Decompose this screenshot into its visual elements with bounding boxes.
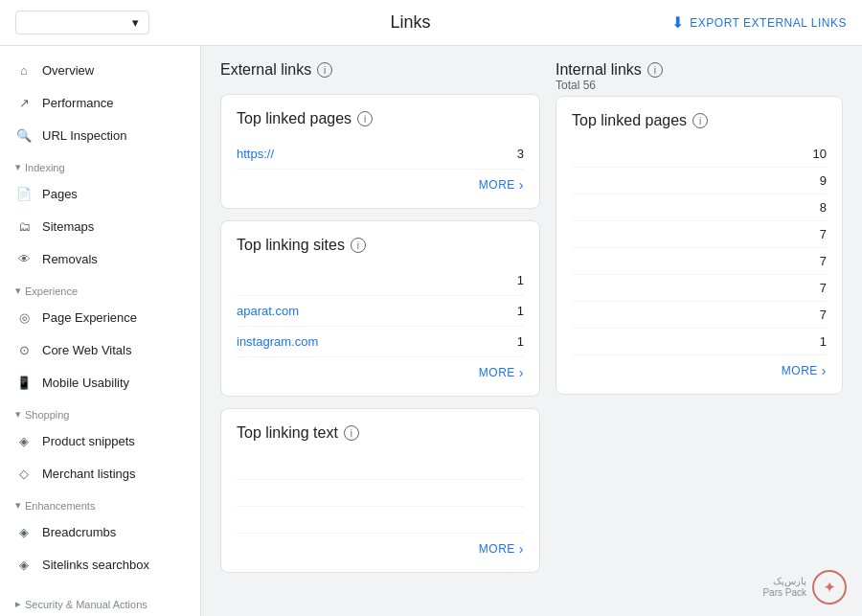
chevron-down-icon: ▾ xyxy=(15,161,21,173)
sidebar-item-url-inspection[interactable]: 🔍 URL Inspection xyxy=(0,119,193,151)
sidebar-item-removals[interactable]: 👁 Removals xyxy=(0,242,193,275)
search-icon: 🔍 xyxy=(15,126,33,144)
sidebar-label-sitelinks-searchbox: Sitelinks searchbox xyxy=(42,558,149,572)
chevron-right-icon: › xyxy=(519,177,524,193)
internal-top-linked-pages-title: Top linked pages i xyxy=(572,112,827,129)
sidebar-item-pages[interactable]: 📄 Pages xyxy=(0,177,193,210)
trending-up-icon: ↗ xyxy=(15,94,33,111)
external-links-column: External links i Top linked pages i http… xyxy=(220,61,540,573)
external-links-title: External links xyxy=(220,61,311,79)
sidebar-label-removals: Removals xyxy=(42,252,98,266)
sidebar-item-product-snippets[interactable]: ◈ Product snippets xyxy=(0,424,193,457)
download-icon: ⬇ xyxy=(671,13,685,32)
internal-links-title: Internal links xyxy=(556,61,642,79)
top-linking-text-info-icon[interactable]: i xyxy=(344,425,359,441)
chevron-down-icon: ▾ xyxy=(132,15,139,30)
empty-row xyxy=(237,453,524,480)
table-row: 7 xyxy=(572,221,827,248)
columns-wrapper: External links i Top linked pages i http… xyxy=(220,61,843,573)
sidebar-label-overview: Overview xyxy=(42,63,94,78)
sidebar-section-indexing: ▾ Indexing xyxy=(0,151,200,177)
top-linking-sites-more-button[interactable]: MORE › xyxy=(237,357,524,380)
sidebar: ⌂ Overview ↗ Performance 🔍 URL Inspectio… xyxy=(0,46,201,616)
sidebar-item-page-experience[interactable]: ◎ Page Experience xyxy=(0,301,193,333)
internal-links-subtitle: Total 56 xyxy=(556,79,843,92)
top-bar: ▾ Links ⬇ EXPORT EXTERNAL LINKS xyxy=(0,0,862,46)
sidebar-item-merchant-listings[interactable]: ◇ Merchant listings xyxy=(0,457,193,490)
top-linked-pages-info-icon[interactable]: i xyxy=(357,111,373,126)
top-linked-pages-card: Top linked pages i https:// 3 MORE › xyxy=(220,94,540,209)
internal-top-linked-pages-info-icon[interactable]: i xyxy=(692,113,708,128)
file-icon: 📄 xyxy=(15,185,33,202)
sitemap-icon: 🗂 xyxy=(15,217,33,235)
chevron-right-icon: › xyxy=(822,363,827,378)
sidebar-label-page-experience: Page Experience xyxy=(42,310,137,325)
sidebar-label-mobile-usability: Mobile Usability xyxy=(42,376,129,390)
store-icon: ◇ xyxy=(15,465,33,482)
watermark-logo-icon: ✦ xyxy=(812,570,847,605)
sidebar-item-sitemaps[interactable]: 🗂 Sitemaps xyxy=(0,210,193,242)
top-linking-sites-title: Top linking sites i xyxy=(237,237,524,254)
top-linked-pages-more-button[interactable]: MORE › xyxy=(237,170,524,193)
main-area: ⌂ Overview ↗ Performance 🔍 URL Inspectio… xyxy=(0,46,862,616)
sidebar-label-url-inspection: URL Inspection xyxy=(42,128,126,143)
page-title: Links xyxy=(149,12,671,33)
sidebar-section-enhancements: ▾ Enhancements xyxy=(0,490,200,515)
search-box-icon: ◈ xyxy=(15,556,33,573)
sidebar-item-overview[interactable]: ⌂ Overview xyxy=(0,54,193,86)
sidebar-label-performance: Performance xyxy=(42,96,113,110)
watermark: پارس‌پک Pars Pack ✦ xyxy=(762,570,847,605)
top-linking-text-title: Top linking text i xyxy=(237,424,524,442)
table-row: instagram.com 1 xyxy=(237,327,524,357)
table-row: 10 xyxy=(572,141,827,168)
internal-top-linked-pages-more-button[interactable]: MORE › xyxy=(572,355,827,378)
sidebar-item-breadcrumbs[interactable]: ◈ Breadcrumbs xyxy=(0,515,193,548)
internal-links-title-row: Internal links i xyxy=(556,61,843,79)
chevron-right-icon: › xyxy=(519,365,524,380)
sidebar-item-performance[interactable]: ↗ Performance xyxy=(0,86,193,119)
sidebar-section-experience: ▾ Experience xyxy=(0,275,200,301)
sidebar-label-pages: Pages xyxy=(42,187,78,201)
table-row: 7 xyxy=(572,248,827,275)
top-linking-text-more-button[interactable]: MORE › xyxy=(237,534,524,557)
table-row: 7 xyxy=(572,275,827,302)
table-row: https:// 3 xyxy=(237,139,524,170)
sidebar-label-breadcrumbs: Breadcrumbs xyxy=(42,525,116,539)
breadcrumbs-icon: ◈ xyxy=(15,523,33,540)
table-row: 1 xyxy=(237,265,524,296)
sidebar-item-core-web-vitals[interactable]: ⊙ Core Web Vitals xyxy=(0,333,193,366)
table-row: aparat.com 1 xyxy=(237,296,524,327)
table-row: 9 xyxy=(572,168,827,194)
property-select[interactable]: ▾ xyxy=(15,11,149,34)
internal-links-column: Internal links i Total 56 Top linked pag… xyxy=(556,61,843,573)
watermark-line1: پارس‌پک xyxy=(762,576,806,587)
top-linking-sites-info-icon[interactable]: i xyxy=(351,238,366,253)
sidebar-label-security: Security & Manual Actions xyxy=(25,599,147,610)
content-area: External links i Top linked pages i http… xyxy=(201,46,862,616)
gauge-icon: ⊙ xyxy=(15,341,33,358)
app-wrapper: ▾ Links ⬇ EXPORT EXTERNAL LINKS ⌂ Overvi… xyxy=(0,0,862,616)
internal-links-header: Internal links i Total 56 xyxy=(556,61,843,92)
export-external-links-button[interactable]: ⬇ EXPORT EXTERNAL LINKS xyxy=(671,13,847,32)
table-row: 1 xyxy=(572,329,827,355)
chevron-right-icon: › xyxy=(519,541,524,557)
chevron-down-icon: ▾ xyxy=(15,499,21,512)
top-linking-sites-card: Top linking sites i 1 aparat.com 1 in xyxy=(220,220,540,397)
export-label: EXPORT EXTERNAL LINKS xyxy=(690,16,847,30)
chevron-right-icon: ▸ xyxy=(15,598,21,610)
empty-row xyxy=(237,507,524,534)
eye-off-icon: 👁 xyxy=(15,250,33,267)
external-links-info-icon[interactable]: i xyxy=(317,62,332,78)
top-linked-pages-title: Top linked pages i xyxy=(237,110,524,127)
sidebar-section-shopping: ▾ Shopping xyxy=(0,399,200,424)
sidebar-item-mobile-usability[interactable]: 📱 Mobile Usability xyxy=(0,366,193,399)
sidebar-label-merchant-listings: Merchant listings xyxy=(42,467,136,481)
home-icon: ⌂ xyxy=(15,61,33,79)
circle-check-icon: ◎ xyxy=(15,308,33,326)
internal-top-linked-pages-card: Top linked pages i 10 9 8 xyxy=(556,96,843,395)
sidebar-section-security[interactable]: ▸ Security & Manual Actions xyxy=(0,588,200,614)
internal-links-info-icon[interactable]: i xyxy=(647,62,663,78)
top-linking-text-card: Top linking text i MORE › xyxy=(220,408,540,573)
watermark-line2: Pars Pack xyxy=(762,587,806,599)
sidebar-item-sitelinks-searchbox[interactable]: ◈ Sitelinks searchbox xyxy=(0,548,193,581)
